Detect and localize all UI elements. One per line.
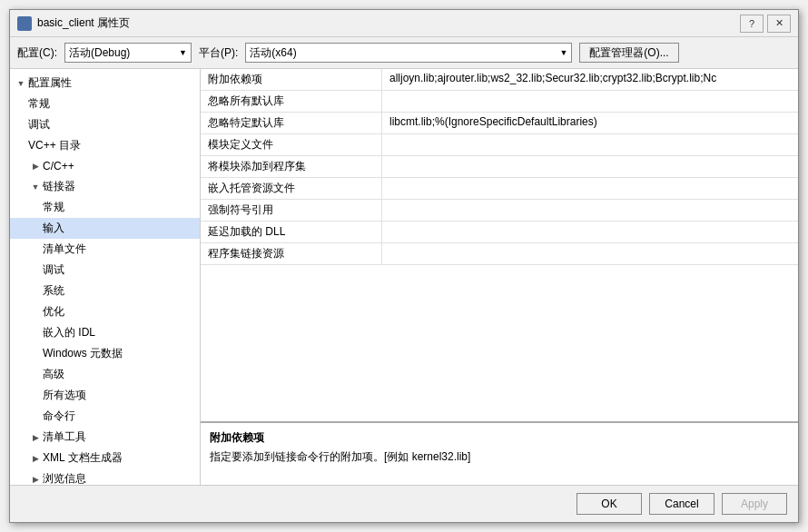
- tree-label-vc-dirs: VC++ 目录: [28, 138, 81, 153]
- tree-label-linker-advanced: 高级: [43, 367, 64, 382]
- tree-item-linker-manifest[interactable]: 清单文件: [10, 239, 200, 260]
- config-dropdown-arrow: ▼: [179, 48, 187, 57]
- tree-item-linker-winmeta[interactable]: Windows 元数据: [10, 343, 200, 364]
- tree-label-linker-input: 输入: [43, 221, 64, 236]
- dialog-title: basic_client 属性页: [37, 15, 130, 31]
- tree-label-browse-info: 浏览信息: [43, 471, 86, 485]
- prop-value-force-sym: [382, 200, 798, 221]
- main-content: ▼ 配置属性 常规 调试 VC++ 目录 ▶: [10, 69, 798, 485]
- prop-value-add-deps: alljoyn.lib;ajrouter.lib;ws2_32.lib;Secu…: [382, 69, 798, 90]
- prop-value-ignore-specific: libcmt.lib;%(IgnoreSpecificDefaultLibrar…: [382, 113, 798, 133]
- expand-cpp[interactable]: ▶: [28, 159, 43, 173]
- prop-name-add-module: 将模块添加到程序集: [201, 156, 382, 177]
- prop-row-add-module[interactable]: 将模块添加到程序集: [201, 156, 798, 178]
- prop-name-add-deps: 附加依赖项: [201, 69, 382, 90]
- tree-item-config-props[interactable]: ▼ 配置属性: [10, 73, 200, 94]
- tree-item-linker-general[interactable]: 常规: [10, 197, 200, 218]
- platform-select[interactable]: 活动(x64) ▼: [245, 43, 572, 63]
- tree-item-manifest-tool[interactable]: ▶ 清单工具: [10, 427, 200, 448]
- prop-row-assembly-link[interactable]: 程序集链接资源: [201, 243, 798, 265]
- help-button[interactable]: ?: [740, 15, 764, 33]
- tree-label-debug: 调试: [28, 117, 50, 133]
- tree-label-linker-manifest: 清单文件: [43, 241, 86, 257]
- platform-label: 平台(P):: [199, 45, 238, 61]
- tree-item-browse-info[interactable]: ▶ 浏览信息: [10, 468, 200, 485]
- desc-title: 附加依赖项: [210, 430, 789, 446]
- prop-name-embed-managed: 嵌入托管资源文件: [201, 178, 382, 199]
- ok-button[interactable]: OK: [576, 493, 642, 515]
- prop-value-assembly-link: [382, 243, 798, 264]
- platform-select-value: 活动(x64): [250, 45, 296, 61]
- expand-browse-info[interactable]: ▶: [28, 472, 43, 486]
- prop-row-ignore-all[interactable]: 忽略所有默认库: [201, 91, 798, 113]
- right-panel: 附加依赖项 alljoyn.lib;ajrouter.lib;ws2_32.li…: [201, 69, 798, 485]
- title-bar-left: basic_client 属性页: [17, 15, 130, 31]
- dialog-icon: [17, 16, 32, 31]
- tree-item-debug[interactable]: 调试: [10, 114, 200, 135]
- prop-row-embed-managed[interactable]: 嵌入托管资源文件: [201, 178, 798, 200]
- prop-name-ignore-all: 忽略所有默认库: [201, 91, 382, 112]
- prop-row-ignore-specific[interactable]: 忽略特定默认库 libcmt.lib;%(IgnoreSpecificDefau…: [201, 113, 798, 134]
- prop-name-assembly-link: 程序集链接资源: [201, 243, 382, 264]
- prop-row-delay-dll[interactable]: 延迟加载的 DLL: [201, 222, 798, 243]
- tree-label-linker-idl: 嵌入的 IDL: [43, 325, 95, 340]
- prop-name-delay-dll: 延迟加载的 DLL: [201, 222, 382, 242]
- tree-label-linker: 链接器: [43, 179, 75, 194]
- prop-row-force-sym[interactable]: 强制符号引用: [201, 200, 798, 222]
- tree-item-linker-input[interactable]: 输入: [10, 218, 200, 239]
- config-manager-button[interactable]: 配置管理器(O)...: [579, 43, 678, 63]
- tree-item-linker-opt[interactable]: 优化: [10, 301, 200, 322]
- tree-label-xml-gen: XML 文档生成器: [43, 450, 123, 466]
- expand-config-props[interactable]: ▼: [14, 76, 28, 91]
- prop-row-add-deps[interactable]: 附加依赖项 alljoyn.lib;ajrouter.lib;ws2_32.li…: [201, 69, 798, 91]
- prop-name-force-sym: 强制符号引用: [201, 200, 382, 221]
- tree-item-linker-system[interactable]: 系统: [10, 281, 200, 301]
- title-bar: basic_client 属性页 ? ✕: [10, 10, 798, 37]
- tree-label-cpp: C/C++: [43, 160, 74, 172]
- left-tree: ▼ 配置属性 常规 调试 VC++ 目录 ▶: [10, 69, 201, 485]
- tree-label-config-props: 配置属性: [28, 75, 72, 91]
- config-select[interactable]: 活动(Debug) ▼: [64, 43, 192, 63]
- tree-label-linker-general: 常规: [43, 200, 64, 215]
- tree-item-linker-idl[interactable]: 嵌入的 IDL: [10, 322, 200, 343]
- prop-name-ignore-specific: 忽略特定默认库: [201, 113, 382, 133]
- prop-value-module-def: [382, 134, 798, 155]
- expand-manifest-tool[interactable]: ▶: [28, 430, 43, 445]
- tree-item-xml-gen[interactable]: ▶ XML 文档生成器: [10, 448, 200, 468]
- tree-label-linker-system: 系统: [43, 283, 64, 299]
- title-bar-buttons: ? ✕: [740, 15, 791, 33]
- config-row: 配置(C): 活动(Debug) ▼ 平台(P): 活动(x64) ▼ 配置管理…: [10, 37, 798, 69]
- prop-row-module-def[interactable]: 模块定义文件: [201, 134, 798, 156]
- tree-item-linker-all[interactable]: 所有选项: [10, 385, 200, 406]
- expand-linker[interactable]: ▼: [28, 180, 43, 194]
- tree-item-vc-dirs[interactable]: VC++ 目录: [10, 135, 200, 156]
- tree-label-linker-all: 所有选项: [43, 388, 86, 403]
- close-button[interactable]: ✕: [767, 15, 791, 33]
- config-select-value: 活动(Debug): [69, 45, 130, 61]
- bottom-bar: OK Cancel Apply: [10, 485, 798, 522]
- prop-value-delay-dll: [382, 222, 798, 242]
- tree-label-general: 常规: [28, 96, 50, 112]
- cancel-button[interactable]: Cancel: [649, 493, 714, 515]
- tree-item-cpp[interactable]: ▶ C/C++: [10, 156, 200, 176]
- tree-item-linker-advanced[interactable]: 高级: [10, 364, 200, 385]
- prop-value-embed-managed: [382, 178, 798, 199]
- property-table: 附加依赖项 alljoyn.lib;ajrouter.lib;ws2_32.li…: [201, 69, 798, 421]
- tree-label-linker-opt: 优化: [43, 304, 64, 320]
- expand-xml-gen[interactable]: ▶: [28, 451, 43, 466]
- description-panel: 附加依赖项 指定要添加到链接命令行的附加项。[例如 kernel32.lib]: [201, 421, 798, 485]
- prop-name-module-def: 模块定义文件: [201, 134, 382, 155]
- config-label: 配置(C):: [17, 45, 57, 61]
- tree-item-linker-dbg[interactable]: 调试: [10, 260, 200, 281]
- apply-button[interactable]: Apply: [722, 493, 787, 515]
- tree-label-linker-cmdline: 命令行: [43, 409, 75, 424]
- tree-item-linker[interactable]: ▼ 链接器: [10, 176, 200, 197]
- platform-dropdown-arrow: ▼: [559, 48, 567, 57]
- property-dialog: basic_client 属性页 ? ✕ 配置(C): 活动(Debug) ▼ …: [9, 9, 799, 523]
- tree-label-linker-dbg: 调试: [43, 262, 64, 278]
- tree-item-linker-cmdline[interactable]: 命令行: [10, 406, 200, 427]
- prop-value-add-module: [382, 156, 798, 177]
- prop-value-ignore-all: [382, 91, 798, 112]
- desc-text: 指定要添加到链接命令行的附加项。[例如 kernel32.lib]: [210, 449, 789, 465]
- tree-item-general[interactable]: 常规: [10, 94, 200, 114]
